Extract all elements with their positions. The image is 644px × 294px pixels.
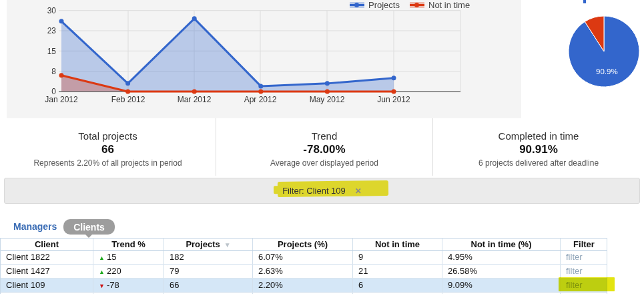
col-header-trend[interactable]: Trend % xyxy=(93,239,164,250)
projects-series-icon xyxy=(350,2,364,8)
table-row: Client 1822 ▲15 182 6.07% 9 4.95% filter xyxy=(1,251,607,265)
kpi-title: Completed in time xyxy=(433,130,644,142)
x-tick: Feb 2012 xyxy=(111,95,145,104)
pie-chart: 90.9% xyxy=(564,9,644,94)
client-cell: Client 1427 xyxy=(1,265,93,278)
kpi-completed-in-time: Completed in time 90.91% 6 projects deli… xyxy=(432,118,644,176)
not-in-time-pct-cell: 26.58% xyxy=(442,265,561,278)
x-tick: Mar 2012 xyxy=(178,95,212,104)
line-chart: 30 23 15 8 0 Jan 2012 Feb 2012 Mar 2012 … xyxy=(7,0,521,118)
legend-item-not-in-time: Not in time xyxy=(410,0,470,9)
tab-clients[interactable]: Clients xyxy=(63,219,115,235)
pie-slice-label: 90.9% xyxy=(596,67,618,76)
client-cell: Client 1822 xyxy=(1,251,93,264)
trend-up-icon: ▲ xyxy=(99,269,105,275)
kpi-subtitle: Average over displayed period xyxy=(216,158,432,168)
line-chart-panel: 30 23 15 8 0 Jan 2012 Feb 2012 Mar 2012 … xyxy=(7,0,521,118)
tab-managers[interactable]: Managers xyxy=(13,221,57,232)
not-in-time-cell: 21 xyxy=(353,265,442,278)
row-filter-link[interactable]: filter xyxy=(561,251,607,264)
projects-pct-cell: 2.20% xyxy=(253,279,353,292)
active-filter-bar: Filter: Client 109 ✕ xyxy=(4,178,640,204)
not-in-time-cell: 6 xyxy=(353,279,442,292)
x-tick: Jun 2012 xyxy=(377,95,410,104)
table-header-row: Client Trend % Projects▼ Projects (%) No… xyxy=(1,239,607,251)
trend-cell: ▼-78 xyxy=(93,279,164,292)
col-header-filter[interactable]: Filter xyxy=(561,239,607,250)
not-in-time-pct-cell: 4.95% xyxy=(442,251,561,264)
x-tick: Apr 2012 xyxy=(244,95,277,104)
kpi-value: -78.00% xyxy=(216,143,432,156)
projects-cell: 182 xyxy=(164,251,253,264)
kpi-subtitle: Represents 2.20% of all projects in peri… xyxy=(0,158,216,168)
trend-cell: ▲220 xyxy=(93,265,164,278)
legend-label: Projects xyxy=(368,0,400,10)
not-in-time-pct-cell: 9.09% xyxy=(442,279,561,292)
col-header-not-in-time[interactable]: Not in time xyxy=(353,239,442,250)
projects-pct-cell: 2.63% xyxy=(253,265,353,278)
kpi-subtitle: 6 projects delivered after deadline xyxy=(433,158,644,168)
projects-pct-cell: 6.07% xyxy=(253,251,353,264)
kpi-total-projects: Total projects 66 Represents 2.20% of al… xyxy=(0,118,216,176)
x-tick: Jan 2012 xyxy=(45,95,78,104)
kpi-title: Trend xyxy=(216,130,432,142)
y-tick: 15 xyxy=(47,47,57,56)
kpi-title: Total projects xyxy=(0,130,216,142)
trend-cell: ▲15 xyxy=(93,251,164,264)
clients-table: Client Trend % Projects▼ Projects (%) No… xyxy=(0,238,607,294)
not-in-time-cell: 9 xyxy=(353,251,442,264)
row-filter-link[interactable]: filter xyxy=(561,265,607,278)
dashboard: 30 23 15 8 0 Jan 2012 Feb 2012 Mar 2012 … xyxy=(0,0,644,294)
projects-cell: 66 xyxy=(164,279,253,292)
col-header-not-in-time-pct[interactable]: Not in time (%) xyxy=(442,239,561,250)
trend-up-icon: ▲ xyxy=(99,255,105,261)
kpi-value: 66 xyxy=(0,143,216,156)
legend-label: Not in time xyxy=(428,0,470,10)
tab-bar: Managers Clients xyxy=(0,218,644,238)
col-header-projects-pct[interactable]: Projects (%) xyxy=(253,239,353,250)
client-cell: Client 109 xyxy=(1,279,93,292)
active-filter-label: Filter: Client 109 xyxy=(282,186,346,196)
pie-legend-cutoff-icon xyxy=(583,0,586,3)
kpi-row: Total projects 66 Represents 2.20% of al… xyxy=(0,118,644,176)
x-tick: May 2012 xyxy=(310,95,345,104)
table-row: Client 1427 ▲220 79 2.63% 21 26.58% filt… xyxy=(1,265,607,279)
kpi-trend: Trend -78.00% Average over displayed per… xyxy=(216,118,432,176)
highlight-annotation xyxy=(559,277,615,291)
trend-down-icon: ▼ xyxy=(99,283,105,289)
table-row-selected: Client 109 ▼-78 66 2.20% 6 9.09% filter xyxy=(1,279,607,293)
y-tick: 8 xyxy=(51,67,56,76)
projects-cell: 79 xyxy=(164,265,253,278)
kpi-value: 90.91% xyxy=(433,143,644,156)
y-tick: 30 xyxy=(47,6,57,15)
y-tick: 23 xyxy=(47,26,57,35)
remove-filter-icon[interactable]: ✕ xyxy=(355,186,362,196)
legend-item-projects: Projects xyxy=(350,0,400,9)
col-header-projects[interactable]: Projects▼ xyxy=(164,239,253,250)
sort-desc-icon: ▼ xyxy=(224,241,231,249)
not-in-time-series-icon xyxy=(410,2,424,8)
col-header-client[interactable]: Client xyxy=(1,239,93,250)
